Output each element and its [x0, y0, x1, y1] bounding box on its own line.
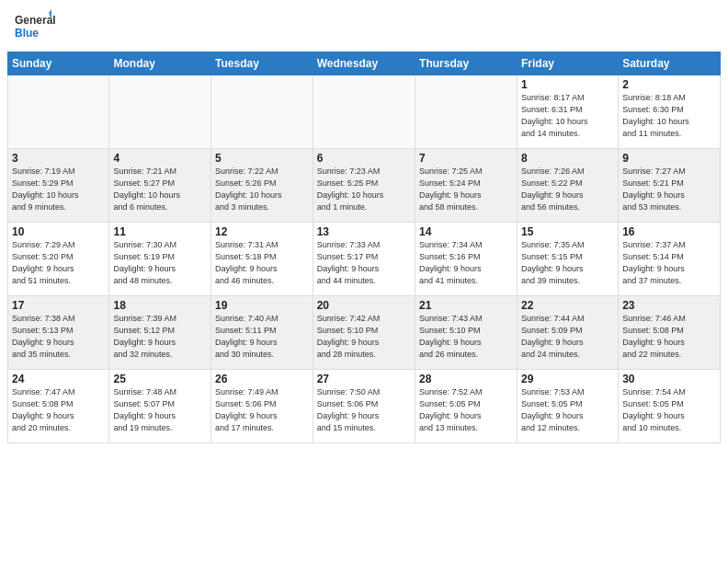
calendar-week-row: 24Sunrise: 7:47 AM Sunset: 5:08 PM Dayli… [8, 370, 721, 443]
day-info: Sunrise: 8:18 AM Sunset: 6:30 PM Dayligh… [622, 92, 716, 140]
day-info: Sunrise: 7:21 AM Sunset: 5:27 PM Dayligh… [113, 166, 207, 213]
day-number: 25 [113, 373, 207, 385]
calendar-day-cell: 6Sunrise: 7:23 AM Sunset: 5:25 PM Daylig… [313, 149, 415, 223]
calendar-day-cell: 29Sunrise: 7:53 AM Sunset: 5:05 PM Dayli… [517, 370, 618, 443]
day-info: Sunrise: 7:54 AM Sunset: 5:05 PM Dayligh… [622, 386, 716, 434]
calendar-day-cell: 12Sunrise: 7:31 AM Sunset: 5:18 PM Dayli… [211, 223, 313, 296]
calendar-day-cell: 10Sunrise: 7:29 AM Sunset: 5:20 PM Dayli… [8, 223, 109, 296]
day-number: 18 [113, 299, 207, 312]
calendar-day-cell: 8Sunrise: 7:26 AM Sunset: 5:22 PM Daylig… [517, 149, 618, 223]
day-number: 14 [419, 225, 513, 238]
calendar-day-cell: 20Sunrise: 7:42 AM Sunset: 5:10 PM Dayli… [313, 296, 415, 370]
day-number: 13 [317, 225, 411, 238]
calendar-day-cell: 15Sunrise: 7:35 AM Sunset: 5:15 PM Dayli… [517, 223, 618, 296]
calendar-day-cell: 13Sunrise: 7:33 AM Sunset: 5:17 PM Dayli… [313, 223, 415, 296]
calendar-day-cell: 25Sunrise: 7:48 AM Sunset: 5:07 PM Dayli… [109, 370, 211, 443]
day-number: 27 [317, 373, 411, 385]
day-info: Sunrise: 7:49 AM Sunset: 5:06 PM Dayligh… [215, 386, 309, 434]
calendar-day-header: Thursday [415, 52, 518, 75]
day-info: Sunrise: 7:33 AM Sunset: 5:17 PM Dayligh… [317, 239, 411, 287]
day-info: Sunrise: 7:22 AM Sunset: 5:26 PM Dayligh… [215, 166, 309, 213]
logo-icon: General Blue [15, 9, 51, 46]
day-number: 16 [622, 225, 716, 238]
calendar-day-header: Wednesday [313, 52, 415, 75]
day-number: 24 [12, 373, 105, 385]
day-info: Sunrise: 7:48 AM Sunset: 5:07 PM Dayligh… [113, 386, 207, 434]
calendar-day-cell: 5Sunrise: 7:22 AM Sunset: 5:26 PM Daylig… [211, 149, 313, 223]
day-number: 11 [113, 225, 207, 238]
calendar-day-header: Monday [109, 52, 211, 75]
day-info: Sunrise: 7:25 AM Sunset: 5:24 PM Dayligh… [419, 166, 513, 213]
day-info: Sunrise: 7:43 AM Sunset: 5:10 PM Dayligh… [419, 313, 513, 361]
day-info: Sunrise: 7:44 AM Sunset: 5:09 PM Dayligh… [521, 313, 614, 361]
day-number: 12 [215, 225, 309, 238]
svg-text:Blue: Blue [15, 27, 39, 40]
day-info: Sunrise: 7:42 AM Sunset: 5:10 PM Dayligh… [317, 313, 411, 361]
day-info: Sunrise: 7:47 AM Sunset: 5:08 PM Dayligh… [12, 386, 105, 434]
calendar-day-cell: 14Sunrise: 7:34 AM Sunset: 5:16 PM Dayli… [415, 223, 518, 296]
calendar-day-cell [313, 75, 415, 149]
calendar-day-cell: 22Sunrise: 7:44 AM Sunset: 5:09 PM Dayli… [517, 296, 618, 370]
calendar-day-cell [8, 75, 109, 149]
day-info: Sunrise: 7:35 AM Sunset: 5:15 PM Dayligh… [521, 239, 614, 287]
calendar-week-row: 17Sunrise: 7:38 AM Sunset: 5:13 PM Dayli… [8, 296, 721, 370]
calendar-day-cell: 4Sunrise: 7:21 AM Sunset: 5:27 PM Daylig… [109, 149, 211, 223]
day-number: 28 [419, 373, 513, 385]
svg-text:General: General [15, 14, 56, 27]
day-number: 9 [622, 152, 716, 165]
day-number: 5 [215, 152, 309, 165]
day-info: Sunrise: 7:19 AM Sunset: 5:29 PM Dayligh… [12, 166, 105, 213]
calendar-day-cell: 18Sunrise: 7:39 AM Sunset: 5:12 PM Dayli… [109, 296, 211, 370]
calendar-day-cell: 28Sunrise: 7:52 AM Sunset: 5:05 PM Dayli… [415, 370, 518, 443]
calendar-day-cell: 23Sunrise: 7:46 AM Sunset: 5:08 PM Dayli… [619, 296, 721, 370]
day-number: 2 [622, 78, 716, 91]
day-info: Sunrise: 7:37 AM Sunset: 5:14 PM Dayligh… [622, 239, 716, 287]
calendar-day-cell: 30Sunrise: 7:54 AM Sunset: 5:05 PM Dayli… [619, 370, 721, 443]
header: General Blue [0, 0, 728, 52]
calendar-wrapper: SundayMondayTuesdayWednesdayThursdayFrid… [0, 52, 728, 451]
calendar-week-row: 10Sunrise: 7:29 AM Sunset: 5:20 PM Dayli… [8, 223, 721, 296]
day-number: 4 [113, 152, 207, 165]
day-number: 15 [521, 225, 614, 238]
calendar-day-header: Saturday [619, 52, 721, 75]
day-info: Sunrise: 7:38 AM Sunset: 5:13 PM Dayligh… [12, 313, 105, 361]
day-info: Sunrise: 8:17 AM Sunset: 6:31 PM Dayligh… [521, 92, 614, 140]
day-number: 21 [419, 299, 513, 312]
day-number: 29 [521, 373, 614, 385]
calendar-day-cell: 24Sunrise: 7:47 AM Sunset: 5:08 PM Dayli… [8, 370, 109, 443]
calendar-day-cell: 21Sunrise: 7:43 AM Sunset: 5:10 PM Dayli… [415, 296, 518, 370]
day-number: 30 [622, 373, 716, 385]
day-number: 6 [317, 152, 411, 165]
day-number: 17 [12, 299, 105, 312]
calendar-day-header: Friday [517, 52, 618, 75]
day-info: Sunrise: 7:34 AM Sunset: 5:16 PM Dayligh… [419, 239, 513, 287]
calendar-day-cell: 9Sunrise: 7:27 AM Sunset: 5:21 PM Daylig… [619, 149, 721, 223]
day-info: Sunrise: 7:39 AM Sunset: 5:12 PM Dayligh… [113, 313, 207, 361]
calendar-day-cell [415, 75, 518, 149]
calendar-day-header: Tuesday [211, 52, 313, 75]
calendar-day-cell: 16Sunrise: 7:37 AM Sunset: 5:14 PM Dayli… [619, 223, 721, 296]
day-number: 7 [419, 152, 513, 165]
calendar-week-row: 3Sunrise: 7:19 AM Sunset: 5:29 PM Daylig… [8, 149, 721, 223]
calendar-day-cell: 2Sunrise: 8:18 AM Sunset: 6:30 PM Daylig… [619, 75, 721, 149]
day-number: 10 [12, 225, 105, 238]
day-info: Sunrise: 7:29 AM Sunset: 5:20 PM Dayligh… [12, 239, 105, 287]
day-number: 22 [521, 299, 614, 312]
calendar-day-cell: 11Sunrise: 7:30 AM Sunset: 5:19 PM Dayli… [109, 223, 211, 296]
day-number: 1 [521, 78, 614, 91]
calendar-day-cell: 26Sunrise: 7:49 AM Sunset: 5:06 PM Dayli… [211, 370, 313, 443]
day-info: Sunrise: 7:53 AM Sunset: 5:05 PM Dayligh… [521, 386, 614, 434]
day-number: 26 [215, 373, 309, 385]
calendar-day-cell: 7Sunrise: 7:25 AM Sunset: 5:24 PM Daylig… [415, 149, 518, 223]
day-number: 3 [12, 152, 105, 165]
logo: General Blue [15, 9, 51, 46]
calendar-day-cell: 17Sunrise: 7:38 AM Sunset: 5:13 PM Dayli… [8, 296, 109, 370]
day-info: Sunrise: 7:52 AM Sunset: 5:05 PM Dayligh… [419, 386, 513, 434]
day-info: Sunrise: 7:40 AM Sunset: 5:11 PM Dayligh… [215, 313, 309, 361]
day-info: Sunrise: 7:27 AM Sunset: 5:21 PM Dayligh… [622, 166, 716, 213]
calendar-day-cell: 27Sunrise: 7:50 AM Sunset: 5:06 PM Dayli… [313, 370, 415, 443]
calendar-header-row: SundayMondayTuesdayWednesdayThursdayFrid… [8, 52, 721, 75]
calendar-day-cell: 19Sunrise: 7:40 AM Sunset: 5:11 PM Dayli… [211, 296, 313, 370]
day-info: Sunrise: 7:30 AM Sunset: 5:19 PM Dayligh… [113, 239, 207, 287]
calendar-day-cell: 3Sunrise: 7:19 AM Sunset: 5:29 PM Daylig… [8, 149, 109, 223]
